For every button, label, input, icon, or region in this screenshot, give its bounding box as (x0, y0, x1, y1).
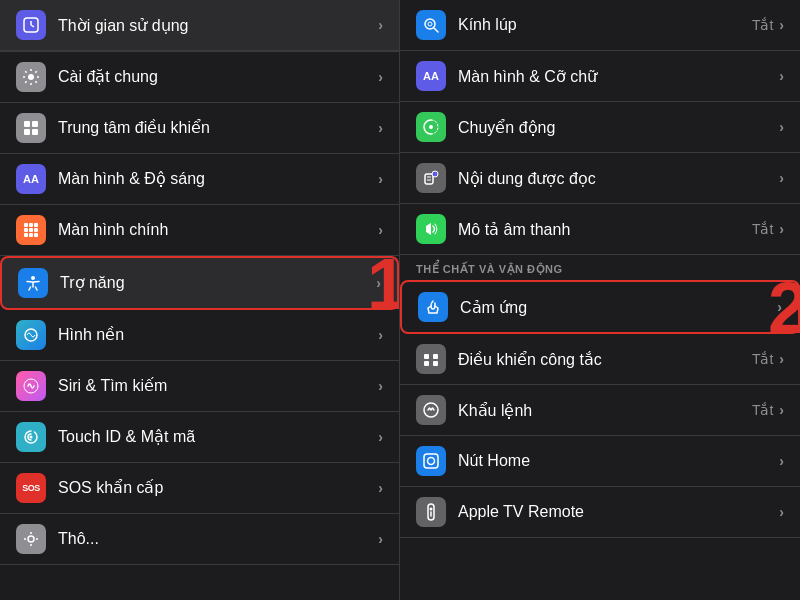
chevron-icon: › (378, 327, 383, 343)
right-item-motion[interactable]: Chuyển động › (400, 102, 800, 153)
svg-rect-12 (29, 228, 33, 232)
voice-control-label: Khẩu lệnh (458, 401, 752, 420)
switch-control-label: Điều khiển công tắc (458, 350, 752, 369)
chevron-icon: › (779, 351, 784, 367)
switch-control-icon (416, 344, 446, 374)
chevron-icon: › (378, 17, 383, 33)
accessibility-label: Trợ năng (60, 273, 376, 292)
svg-rect-15 (29, 233, 33, 237)
siri-icon (16, 371, 46, 401)
touch-icon (418, 292, 448, 322)
sidebar-item-general[interactable]: Cài đặt chung › (0, 52, 399, 103)
voice-control-status: Tắt (752, 402, 773, 418)
svg-line-23 (434, 28, 438, 32)
switch-control-status: Tắt (752, 351, 773, 367)
sidebar-item-screen-time[interactable]: Thời gian sử dụng › (0, 0, 399, 51)
more-icon (16, 524, 46, 554)
svg-rect-14 (24, 233, 28, 237)
motion-label: Chuyển động (458, 118, 779, 137)
sidebar-item-touch-id[interactable]: Touch ID & Mật mã › (0, 412, 399, 463)
right-item-magnifier[interactable]: Kính lúp Tắt › (400, 0, 800, 51)
magnifier-status: Tắt (752, 17, 773, 33)
accessibility-icon (18, 268, 48, 298)
touch-id-icon (16, 422, 46, 452)
chevron-icon: › (378, 480, 383, 496)
more-label: Thô... (58, 530, 378, 548)
chevron-icon: › (378, 378, 383, 394)
home-screen-label: Màn hình chính (58, 221, 378, 239)
right-item-switch-control[interactable]: Điều khiển công tắc Tắt › (400, 334, 800, 385)
chevron-icon: › (779, 504, 784, 520)
wallpaper-icon (16, 320, 46, 350)
sidebar-item-control-center[interactable]: Trung tâm điều khiển › (0, 103, 399, 154)
svg-point-27 (432, 171, 438, 177)
nut-home-label: Nút Home (458, 452, 779, 470)
chevron-icon: › (779, 119, 784, 135)
wallpaper-label: Hình nền (58, 325, 378, 344)
right-item-nut-home[interactable]: Nút Home › (400, 436, 800, 487)
svg-point-17 (31, 276, 35, 280)
audio-desc-status: Tắt (752, 221, 773, 237)
control-center-label: Trung tâm điều khiển (58, 118, 378, 137)
svg-rect-6 (24, 129, 30, 135)
spoken-label: Nội dung được đọc (458, 169, 779, 188)
right-panel: Kính lúp Tắt › AA Màn hình & Cỡ chữ › Ch… (400, 0, 800, 600)
chevron-icon: › (378, 222, 383, 238)
svg-rect-35 (424, 454, 438, 468)
display-text-icon: AA (416, 61, 446, 91)
svg-point-25 (429, 125, 433, 129)
svg-rect-33 (433, 361, 438, 366)
voice-control-icon (416, 395, 446, 425)
right-item-voice-control[interactable]: Khẩu lệnh Tắt › (400, 385, 800, 436)
sidebar-item-sos[interactable]: SOS SOS khẩn cấp › (0, 463, 399, 514)
touch-id-label: Touch ID & Mật mã (58, 427, 378, 446)
display-icon: AA (16, 164, 46, 194)
svg-rect-30 (424, 354, 429, 359)
right-item-appletv[interactable]: Apple TV Remote › (400, 487, 800, 538)
control-center-icon (16, 113, 46, 143)
svg-point-3 (28, 74, 34, 80)
general-icon (16, 62, 46, 92)
home-screen-icon (16, 215, 46, 245)
nut-home-icon (416, 446, 446, 476)
svg-rect-31 (433, 354, 438, 359)
sidebar-item-accessibility[interactable]: Trợ năng › 1 (0, 256, 399, 310)
right-item-audio-desc[interactable]: Mô tả âm thanh Tắt › (400, 204, 800, 255)
chevron-icon: › (378, 69, 383, 85)
appletv-label: Apple TV Remote (458, 503, 779, 521)
svg-rect-7 (32, 129, 38, 135)
svg-rect-26 (425, 174, 433, 184)
magnifier-label: Kính lúp (458, 16, 752, 34)
svg-rect-8 (24, 223, 28, 227)
section-header-physical: THỂ CHẤT VÀ VẬN ĐỘNG (400, 255, 800, 280)
svg-rect-4 (24, 121, 30, 127)
sos-icon: SOS (16, 473, 46, 503)
right-item-touch[interactable]: Cảm ứng › 2 (400, 280, 800, 334)
svg-rect-13 (34, 228, 38, 232)
sidebar-item-display[interactable]: AA Màn hình & Độ sáng › (0, 154, 399, 205)
left-panel: Thời gian sử dụng › Cài đặt chung › Trun… (0, 0, 400, 600)
magnifier-icon (416, 10, 446, 40)
chevron-icon: › (376, 275, 381, 291)
chevron-icon: › (779, 402, 784, 418)
spoken-icon (416, 163, 446, 193)
sidebar-item-wallpaper[interactable]: Hình nền › (0, 310, 399, 361)
svg-point-24 (428, 22, 432, 26)
svg-point-38 (430, 508, 433, 511)
svg-rect-5 (32, 121, 38, 127)
chevron-icon: › (378, 171, 383, 187)
chevron-icon: › (378, 429, 383, 445)
chevron-icon: › (779, 17, 784, 33)
svg-rect-32 (424, 361, 429, 366)
sidebar-item-more[interactable]: Thô... › (0, 514, 399, 565)
svg-point-21 (28, 536, 34, 542)
right-item-display-text[interactable]: AA Màn hình & Cỡ chữ › (400, 51, 800, 102)
chevron-icon: › (378, 531, 383, 547)
sidebar-item-home-screen[interactable]: Màn hình chính › (0, 205, 399, 256)
sidebar-item-siri[interactable]: Siri & Tìm kiếm › (0, 361, 399, 412)
chevron-icon: › (779, 221, 784, 237)
right-item-spoken[interactable]: Nội dung được đọc › (400, 153, 800, 204)
general-label: Cài đặt chung (58, 67, 378, 86)
svg-point-20 (30, 435, 33, 438)
svg-point-36 (428, 458, 435, 465)
